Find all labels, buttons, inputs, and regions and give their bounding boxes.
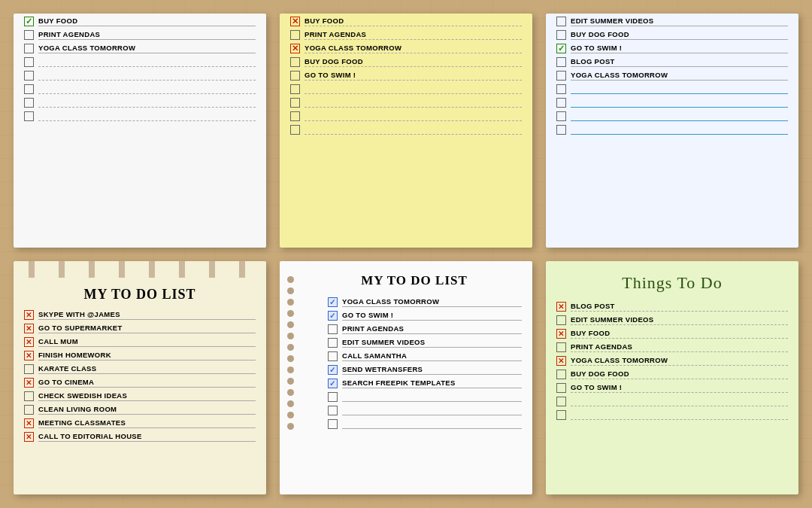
checkbox-empty[interactable] <box>556 111 566 121</box>
checkbox-x[interactable]: ✕ <box>24 378 34 388</box>
checkbox-empty[interactable] <box>24 44 34 53</box>
checkbox-blue[interactable]: ✓ <box>328 297 338 307</box>
checkbox-x[interactable]: ✕ <box>556 329 566 339</box>
list-item: _ <box>24 98 256 108</box>
checkbox-empty[interactable] <box>290 30 300 40</box>
checkbox-empty[interactable] <box>24 57 34 67</box>
checkbox-x[interactable]: ✕ <box>24 310 34 320</box>
checkbox-empty[interactable] <box>556 397 566 406</box>
checkbox-x[interactable]: ✕ <box>24 432 34 442</box>
dot <box>287 389 294 396</box>
checkbox-empty[interactable] <box>556 342 566 352</box>
checkbox-empty[interactable] <box>24 84 34 94</box>
checkbox-empty[interactable] <box>24 30 34 40</box>
item-text: Meeting Classmates <box>38 418 256 428</box>
list-item: Go To Swim ! <box>290 71 522 81</box>
checkbox-empty[interactable] <box>556 71 566 81</box>
item-text: Call Samantha <box>342 351 522 361</box>
dot <box>287 400 294 407</box>
item-text: Call Mum <box>38 337 256 347</box>
checkbox-empty[interactable] <box>24 364 34 374</box>
item-text: Print Agendas <box>571 342 788 352</box>
checkbox-empty[interactable] <box>556 315 566 325</box>
checkbox-empty[interactable] <box>328 419 338 429</box>
card-2: ✕ Buy Food Print Agendas ✕ Yoga Class To… <box>280 14 532 248</box>
item-text: Buy Dog Food <box>304 57 522 67</box>
list-item: Edit Summer Videos <box>556 315 788 325</box>
checkbox-empty[interactable] <box>328 338 338 348</box>
todo-list-6: ✕ Blog Post Edit Summer Videos ✕ Buy Foo… <box>556 302 788 420</box>
checkbox-empty[interactable] <box>24 391 34 401</box>
checkbox-empty[interactable] <box>290 57 300 67</box>
list-item: _ <box>24 57 256 67</box>
item-text-empty: _ <box>304 98 522 108</box>
item-text-empty: _ <box>38 111 256 121</box>
checkbox-empty[interactable] <box>290 111 300 121</box>
checkbox-empty[interactable] <box>556 17 566 26</box>
list-item: ✓ Send Wetransfers <box>328 365 522 375</box>
checkbox-blue[interactable]: ✓ <box>328 311 338 321</box>
list-item: Print Agendas <box>328 324 522 334</box>
checkbox-x[interactable]: ✕ <box>290 44 300 53</box>
checkbox-empty[interactable] <box>328 351 338 361</box>
checkbox-blue[interactable]: ✓ <box>328 379 338 388</box>
checkbox-empty[interactable] <box>556 370 566 379</box>
checkbox-x[interactable]: ✕ <box>24 351 34 360</box>
card-6: Things To Do ✕ Blog Post Edit Summer Vid… <box>546 261 798 495</box>
todo-list-1: ✓ Buy Food Print Agendas Yoga Class Tomo… <box>24 17 256 121</box>
checkbox-x[interactable]: ✕ <box>290 17 300 26</box>
item-text: Buy Dog Food <box>571 370 788 379</box>
checkbox-empty[interactable] <box>290 71 300 81</box>
checkbox-x[interactable]: ✕ <box>24 324 34 333</box>
checkbox-empty[interactable] <box>24 98 34 108</box>
checkbox-empty[interactable] <box>24 111 34 121</box>
card-title: Things To Do <box>556 273 788 293</box>
list-item: Check Swedish Ideas <box>24 391 256 401</box>
list-item: ✕ Call Mum <box>24 337 256 347</box>
list-item: _ <box>556 410 788 420</box>
item-text: Buy Food <box>38 17 256 26</box>
checkbox-empty[interactable] <box>290 98 300 108</box>
list-item: Print Agendas <box>24 30 256 40</box>
checkbox-empty[interactable] <box>328 406 338 415</box>
checkbox-empty[interactable] <box>290 125 300 135</box>
list-item: _ <box>290 84 522 94</box>
item-text-empty: _ <box>304 111 522 121</box>
checkbox-x[interactable]: ✕ <box>24 418 34 428</box>
checkbox-empty[interactable] <box>556 383 566 393</box>
checkbox-x[interactable]: ✕ <box>556 302 566 312</box>
checkbox-empty[interactable] <box>556 57 566 67</box>
checkbox-empty[interactable] <box>556 125 566 135</box>
item-text: Print Agendas <box>342 324 522 334</box>
dot <box>287 423 294 430</box>
checkbox-empty[interactable] <box>556 410 566 420</box>
list-item: _ <box>328 406 522 415</box>
item-text: Yoga Class Tomorrow <box>571 71 788 81</box>
list-item: ✕ Go To Cinema <box>24 378 256 388</box>
item-text: Check Swedish Ideas <box>38 391 256 401</box>
checkbox-checked[interactable]: ✓ <box>556 44 566 53</box>
checkbox-empty[interactable] <box>556 30 566 40</box>
list-item: ✓ Go To Swim ! <box>328 311 522 321</box>
checkbox-empty[interactable] <box>290 84 300 94</box>
list-item: ✕ Blog Post <box>556 302 788 312</box>
checkbox-empty[interactable] <box>556 84 566 94</box>
checkbox-empty[interactable] <box>24 71 34 81</box>
list-item: Edit Summer Videos <box>328 338 522 348</box>
checkbox-x[interactable]: ✕ <box>556 356 566 366</box>
checkbox-empty[interactable] <box>328 392 338 402</box>
item-text-empty: _ <box>304 84 522 94</box>
item-text-empty: _ <box>342 392 522 402</box>
list-item: Call Samantha <box>328 351 522 361</box>
checkbox-empty[interactable] <box>328 324 338 334</box>
item-text: Yoga Class Tomorrow <box>571 356 788 366</box>
list-item: ✓ Yoga Class Tomorrow <box>328 297 522 307</box>
dots-sidebar <box>280 261 301 495</box>
checkbox-checked[interactable]: ✓ <box>24 17 34 26</box>
dot <box>287 378 294 385</box>
checkbox-x[interactable]: ✕ <box>24 337 34 347</box>
dot <box>287 287 294 294</box>
checkbox-empty[interactable] <box>556 98 566 108</box>
checkbox-blue[interactable]: ✓ <box>328 365 338 375</box>
checkbox-empty[interactable] <box>24 405 34 415</box>
